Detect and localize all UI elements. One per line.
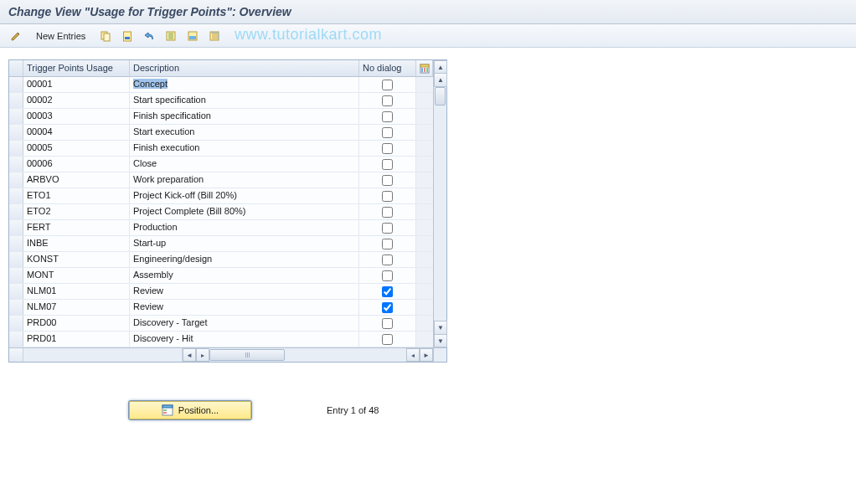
cell-description[interactable]: Concept (130, 77, 359, 92)
cell-description[interactable]: Start-up (130, 236, 359, 251)
undo-change-icon[interactable] (140, 28, 158, 44)
no-dialog-checkbox[interactable] (382, 270, 393, 281)
select-all-icon[interactable] (162, 28, 180, 44)
scroll-track[interactable] (434, 87, 446, 321)
deselect-all-icon[interactable] (205, 28, 224, 44)
delete-icon[interactable] (118, 28, 137, 44)
content-area: Trigger Points Usage Description No dial… (0, 48, 856, 428)
row-selector[interactable] (9, 332, 23, 347)
no-dialog-checkbox[interactable] (382, 111, 393, 122)
hscroll-track[interactable] (209, 348, 406, 362)
row-selector[interactable] (9, 284, 23, 299)
hscroll-thumb[interactable] (209, 349, 285, 361)
scroll-right-icon[interactable]: ► (420, 348, 433, 362)
cell-usage[interactable]: ARBVO (23, 172, 130, 188)
cell-usage[interactable]: 00003 (23, 109, 130, 124)
cell-pad (416, 77, 433, 92)
no-dialog-checkbox[interactable] (382, 95, 393, 106)
cell-usage[interactable]: KONST (23, 252, 130, 267)
cell-usage[interactable]: 00002 (23, 93, 130, 108)
cell-usage[interactable]: 00005 (23, 141, 130, 156)
cell-usage[interactable]: ETO2 (23, 204, 130, 219)
cell-usage[interactable]: MONT (23, 268, 130, 283)
cell-usage[interactable]: ETO1 (23, 188, 130, 203)
row-selector[interactable] (9, 300, 23, 315)
cell-description[interactable]: Review (130, 300, 359, 315)
cell-description[interactable]: Project Kick-off (Bill 20%) (130, 188, 359, 203)
row-selector[interactable] (9, 268, 23, 283)
cell-description[interactable]: Review (130, 284, 359, 299)
copy-as-icon[interactable] (96, 28, 115, 44)
cell-usage[interactable]: 00001 (23, 77, 130, 92)
configure-columns-icon[interactable] (416, 60, 433, 76)
no-dialog-checkbox[interactable] (382, 302, 393, 313)
row-selector[interactable] (9, 125, 23, 140)
no-dialog-checkbox[interactable] (382, 223, 393, 234)
no-dialog-checkbox[interactable] (382, 207, 393, 218)
row-selector[interactable] (9, 141, 23, 156)
cell-usage[interactable]: 00004 (23, 125, 130, 140)
scroll-col-left-icon[interactable]: ▸ (196, 348, 209, 362)
row-selector[interactable] (9, 157, 23, 172)
scroll-thumb[interactable] (435, 87, 446, 105)
cell-usage[interactable]: INBE (23, 236, 130, 251)
column-header-no-dialog[interactable]: No dialog (359, 60, 416, 76)
no-dialog-checkbox[interactable] (382, 318, 393, 329)
scroll-top-icon[interactable]: ▲ (434, 60, 447, 74)
cell-usage[interactable]: NLM07 (23, 300, 130, 315)
no-dialog-checkbox[interactable] (382, 286, 393, 297)
no-dialog-checkbox[interactable] (382, 175, 393, 186)
table-row: PRD01Discovery - Hit (9, 332, 433, 347)
position-button[interactable]: Position... (129, 401, 251, 419)
column-header-description[interactable]: Description (130, 60, 359, 76)
cell-usage[interactable]: 00006 (23, 157, 130, 172)
no-dialog-checkbox[interactable] (382, 159, 393, 170)
select-block-icon[interactable] (183, 28, 202, 44)
cell-description[interactable]: Start execution (130, 125, 359, 140)
no-dialog-checkbox[interactable] (382, 191, 393, 202)
row-selector[interactable] (9, 188, 23, 203)
row-selector[interactable] (9, 93, 23, 108)
cell-description[interactable]: Work preparation (130, 172, 359, 188)
cell-usage[interactable]: FERT (23, 220, 130, 235)
cell-description[interactable]: Production (130, 220, 359, 235)
cell-description[interactable]: Project Complete (Bill 80%) (130, 204, 359, 219)
cell-pad (416, 284, 433, 299)
column-header-usage[interactable]: Trigger Points Usage (23, 60, 130, 76)
toggle-display-change-icon[interactable] (7, 28, 25, 44)
vertical-scrollbar[interactable]: ▲ ▲ ▼ ▼ (433, 60, 446, 347)
scroll-col-right-icon[interactable]: ◂ (406, 348, 420, 362)
no-dialog-checkbox[interactable] (382, 334, 393, 345)
scroll-page-up-icon[interactable]: ▲ (434, 74, 447, 87)
cell-description[interactable]: Close (130, 157, 359, 172)
row-selector[interactable] (9, 109, 23, 124)
cell-no-dialog (359, 172, 416, 188)
row-selector[interactable] (9, 172, 23, 188)
no-dialog-checkbox[interactable] (382, 143, 393, 154)
no-dialog-checkbox[interactable] (382, 239, 393, 249)
row-selector[interactable] (9, 220, 23, 235)
row-selector[interactable] (9, 204, 23, 219)
cell-description[interactable]: Finish specification (130, 109, 359, 124)
cell-description[interactable]: Discovery - Target (130, 316, 359, 331)
no-dialog-checkbox[interactable] (382, 80, 393, 90)
row-selector[interactable] (9, 236, 23, 251)
new-entries-button[interactable]: New Entries (28, 28, 93, 44)
scroll-page-down-icon[interactable]: ▼ (434, 321, 447, 334)
cell-description[interactable]: Assembly (130, 268, 359, 283)
cell-description[interactable]: Finish execution (130, 141, 359, 156)
scroll-left-icon[interactable]: ◄ (183, 348, 196, 362)
cell-description[interactable]: Start specification (130, 93, 359, 108)
horizontal-scrollbar[interactable]: ◄ ▸ ◂ ► (9, 347, 433, 362)
row-selector[interactable] (9, 77, 23, 92)
cell-usage[interactable]: NLM01 (23, 284, 130, 299)
no-dialog-checkbox[interactable] (382, 127, 393, 138)
cell-description[interactable]: Engineering/design (130, 252, 359, 267)
row-selector[interactable] (9, 252, 23, 267)
cell-usage[interactable]: PRD00 (23, 316, 130, 331)
scroll-bottom-icon[interactable]: ▼ (434, 334, 447, 347)
cell-usage[interactable]: PRD01 (23, 332, 130, 347)
cell-description[interactable]: Discovery - Hit (130, 332, 359, 347)
no-dialog-checkbox[interactable] (382, 255, 393, 265)
row-selector[interactable] (9, 316, 23, 331)
